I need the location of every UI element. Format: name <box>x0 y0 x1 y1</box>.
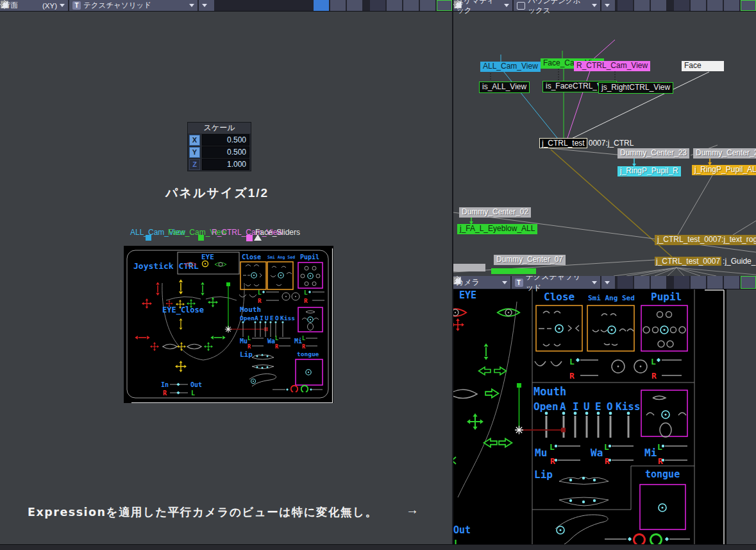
viewport-schematic[interactable]: スケマティック バウンデングボックス <box>453 0 756 276</box>
r-label: R <box>258 297 262 304</box>
face-control-panel-mini[interactable]: Joystick CTRL EYE <box>124 246 333 403</box>
track-target-button[interactable] <box>674 276 689 289</box>
scale-x-value[interactable]: 0.500 <box>202 134 249 146</box>
save-button[interactable] <box>651 276 666 289</box>
corner-resize-icon <box>453 0 462 9</box>
eyelid-sliders[interactable]: L R L R <box>239 289 324 304</box>
pupil-label: Pupil <box>300 254 319 261</box>
display-mode-dropdown[interactable]: T テクスチャソリッド <box>512 276 601 289</box>
pan-button[interactable] <box>691 0 706 11</box>
smi-ang-sed-control[interactable]: Smi Ang Sed <box>267 255 295 289</box>
schematic-node[interactable]: ALL_Cam_View <box>480 62 541 72</box>
lip-control[interactable]: Lip <box>534 468 609 506</box>
schematic-node-partial[interactable] <box>453 264 485 271</box>
schematic-node[interactable]: j_CTRL_test_0007:j_Guide_Black <box>655 257 756 267</box>
list-button[interactable] <box>634 0 650 11</box>
rotate-button[interactable] <box>707 0 723 11</box>
schematic-node[interactable]: R_CTRL_Cam_View <box>574 61 650 71</box>
mouth-section[interactable]: Mouth Open A I U E O Kiss <box>240 305 295 337</box>
schematic-node[interactable]: Dummy_Center_23 <box>617 148 689 159</box>
schematic-node[interactable]: Dummy_Center_24 <box>693 148 756 159</box>
in-out-sliders[interactable]: In Out R L <box>161 381 202 397</box>
pan-button[interactable] <box>691 276 706 289</box>
cam-marker-green[interactable] <box>198 235 204 241</box>
schematic-node[interactable]: j_CTRL_test_0007:j_text_rogo_Gk <box>655 235 756 245</box>
extra-options-dropdown[interactable] <box>601 276 615 289</box>
view-type-dropdown[interactable]: 背面 (XY) <box>0 0 68 11</box>
mouth-shape-box[interactable] <box>641 390 687 437</box>
list-button[interactable] <box>330 0 346 11</box>
scale-panel-title: スケール <box>188 123 251 133</box>
scale-z-value[interactable]: 1.000 <box>202 159 249 170</box>
eyelid-sliders[interactable]: L R L R <box>535 357 682 381</box>
pupil-control[interactable]: Pupil <box>641 291 687 351</box>
eye-close-label: EYE_Close <box>162 305 204 315</box>
camera-button[interactable] <box>617 0 633 11</box>
schematic-node[interactable]: Dummy_Center_07 <box>494 255 566 265</box>
track-target-button[interactable] <box>370 0 385 11</box>
axis-y-button[interactable]: Y <box>189 147 200 158</box>
eye-section[interactable]: EYE <box>453 289 519 331</box>
zoom-button[interactable] <box>420 0 435 11</box>
close-control[interactable]: Close <box>536 291 582 351</box>
svg-text:Wa: Wa <box>591 447 603 459</box>
list-button[interactable] <box>634 276 650 289</box>
zoom-button[interactable] <box>724 0 739 11</box>
scale-row-z: Z 1.000 <box>189 159 249 170</box>
scale-row-x: X 0.500 <box>189 134 249 146</box>
schematic-node[interactable]: j_FA_L_Eyeblow_ALL <box>457 224 537 234</box>
rotate-button[interactable] <box>403 0 419 11</box>
tongue-control[interactable]: tongue <box>249 350 323 392</box>
schematic-node[interactable]: js_RightCTRL_View <box>598 82 673 94</box>
svg-text:Lip: Lip <box>240 350 253 359</box>
scale-y-value[interactable]: 0.500 <box>202 146 249 158</box>
viewport-splitter[interactable] <box>452 0 453 544</box>
cam-marker-magenta[interactable] <box>246 235 253 241</box>
rotate-button[interactable] <box>707 276 723 289</box>
extra-options-dropdown[interactable] <box>601 0 615 11</box>
chevron-down-icon <box>592 4 597 7</box>
viewport-back[interactable]: 背面 (XY) T テクスチャソリッド <box>0 0 452 544</box>
schematic-node[interactable]: j_RingP_Pupil_R <box>617 166 681 176</box>
mouth-shape-box[interactable] <box>298 307 323 332</box>
mu-wa-mi-sliders[interactable]: Mu L R Wa L R Mi L R <box>240 335 317 350</box>
axis-x-button[interactable]: X <box>189 135 200 146</box>
smi-ang-sed-control[interactable]: Smi Ang Sed <box>587 294 635 351</box>
svg-text:E: E <box>270 314 274 322</box>
schematic-node[interactable]: Dummy_Center_02 <box>459 207 531 218</box>
tongue-control[interactable]: tongue <box>555 468 690 545</box>
cam-marker-triangle[interactable] <box>254 234 262 241</box>
mu-wa-mi-sliders[interactable]: Mu L R Wa L R Mi L R <box>535 442 687 466</box>
cam-label-sliders[interactable]: Face_Sliders <box>255 228 300 237</box>
track-target-button[interactable] <box>674 0 689 11</box>
maximize-view-button[interactable] <box>741 276 756 289</box>
svg-text:Mi: Mi <box>294 338 302 345</box>
cam-marker-blue[interactable] <box>146 235 151 241</box>
scale-panel: スケール X 0.500 Y 0.500 Z 1.000 <box>187 122 251 171</box>
face-rig[interactable] <box>453 302 517 497</box>
extra-options-dropdown[interactable] <box>199 0 214 11</box>
display-mode-dropdown[interactable]: T テクスチャソリッド <box>69 0 197 11</box>
camera-button[interactable] <box>617 276 633 289</box>
maximize-view-button[interactable] <box>437 0 452 11</box>
zoom-button[interactable] <box>724 276 739 289</box>
pan-button[interactable] <box>387 0 402 11</box>
schematic-node-selected[interactable]: j_CTRL_test0007:j_CTRL <box>539 139 634 149</box>
camera-button[interactable] <box>314 0 329 11</box>
application-window: 背面 (XY) T テクスチャソリッド <box>0 0 756 550</box>
lip-control[interactable]: Lip <box>240 350 274 369</box>
save-button[interactable] <box>347 0 362 11</box>
chevron-down-icon <box>592 281 597 284</box>
display-mode-dropdown[interactable]: バウンデングボックス <box>514 0 600 11</box>
schematic-node[interactable]: j_RingP_Pupil_ALL <box>692 165 756 175</box>
schematic-node[interactable]: is_ALL_View <box>479 82 530 93</box>
save-button[interactable] <box>651 0 666 11</box>
pupil-control[interactable]: Pupil <box>298 254 323 288</box>
maximize-view-button[interactable] <box>741 0 756 11</box>
selected-node-highlight[interactable] <box>491 268 536 274</box>
axis-z-button[interactable]: Z <box>189 159 200 170</box>
panel-plane-edge <box>705 290 724 550</box>
viewport-camera[interactable]: カメラ T テクスチャソリッド <box>453 276 756 550</box>
svg-text:In: In <box>161 381 169 388</box>
schematic-node[interactable]: Face <box>682 61 724 71</box>
